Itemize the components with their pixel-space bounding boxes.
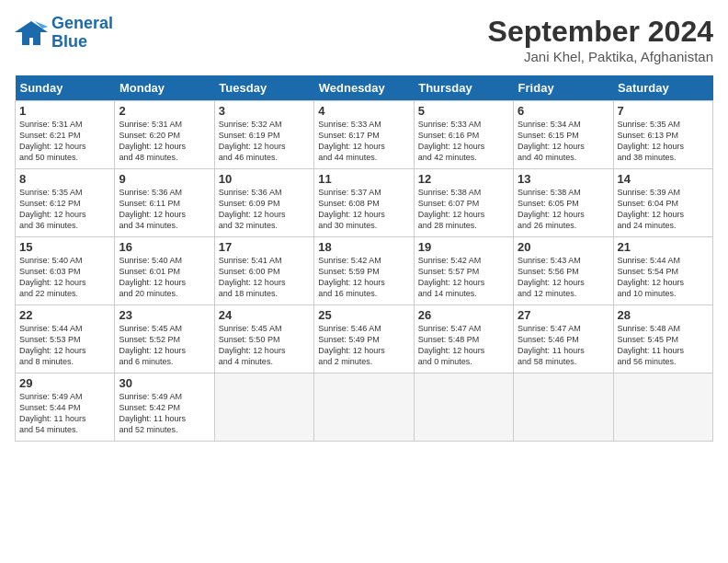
table-row (314, 373, 414, 442)
logo-icon (15, 19, 48, 47)
table-row: 20Sunrise: 5:43 AMSunset: 5:56 PMDayligh… (514, 237, 613, 305)
logo: General Blue (15, 15, 113, 52)
table-row: 24Sunrise: 5:45 AMSunset: 5:50 PMDayligh… (214, 305, 313, 373)
header-row: Sunday Monday Tuesday Wednesday Thursday… (16, 75, 713, 101)
table-row: 19Sunrise: 5:42 AMSunset: 5:57 PMDayligh… (414, 237, 513, 305)
table-row: 17Sunrise: 5:41 AMSunset: 6:00 PMDayligh… (214, 237, 313, 305)
table-row: 5Sunrise: 5:33 AMSunset: 6:16 PMDaylight… (414, 101, 513, 169)
table-row (613, 373, 712, 442)
header-tuesday: Tuesday (214, 75, 313, 101)
location-title: Jani Khel, Paktika, Afghanistan (488, 49, 713, 64)
table-row (514, 373, 613, 442)
table-row: 7Sunrise: 5:35 AMSunset: 6:13 PMDaylight… (613, 101, 712, 169)
table-row: 29Sunrise: 5:49 AMSunset: 5:44 PMDayligh… (16, 373, 115, 442)
header-saturday: Saturday (613, 75, 712, 101)
table-row: 8Sunrise: 5:35 AMSunset: 6:12 PMDaylight… (16, 169, 115, 237)
table-row: 21Sunrise: 5:44 AMSunset: 5:54 PMDayligh… (613, 237, 712, 305)
table-row: 27Sunrise: 5:47 AMSunset: 5:46 PMDayligh… (514, 305, 613, 373)
month-title: September 2024 (488, 15, 713, 49)
table-row: 6Sunrise: 5:34 AMSunset: 6:15 PMDaylight… (514, 101, 613, 169)
page-header: General Blue September 2024 Jani Khel, P… (15, 15, 713, 64)
week-row: 15Sunrise: 5:40 AMSunset: 6:03 PMDayligh… (16, 237, 713, 305)
table-row: 15Sunrise: 5:40 AMSunset: 6:03 PMDayligh… (16, 237, 115, 305)
table-row: 26Sunrise: 5:47 AMSunset: 5:48 PMDayligh… (414, 305, 513, 373)
table-row: 10Sunrise: 5:36 AMSunset: 6:09 PMDayligh… (214, 169, 313, 237)
table-row (414, 373, 513, 442)
table-row: 13Sunrise: 5:38 AMSunset: 6:05 PMDayligh… (514, 169, 613, 237)
table-row: 25Sunrise: 5:46 AMSunset: 5:49 PMDayligh… (314, 305, 414, 373)
table-row: 16Sunrise: 5:40 AMSunset: 6:01 PMDayligh… (115, 237, 214, 305)
week-row: 29Sunrise: 5:49 AMSunset: 5:44 PMDayligh… (16, 373, 713, 442)
table-row: 22Sunrise: 5:44 AMSunset: 5:53 PMDayligh… (16, 305, 115, 373)
table-row: 14Sunrise: 5:39 AMSunset: 6:04 PMDayligh… (613, 169, 712, 237)
header-wednesday: Wednesday (314, 75, 414, 101)
table-row: 4Sunrise: 5:33 AMSunset: 6:17 PMDaylight… (314, 101, 414, 169)
table-row: 11Sunrise: 5:37 AMSunset: 6:08 PMDayligh… (314, 169, 414, 237)
table-row: 2Sunrise: 5:31 AMSunset: 6:20 PMDaylight… (115, 101, 214, 169)
table-row: 9Sunrise: 5:36 AMSunset: 6:11 PMDaylight… (115, 169, 214, 237)
table-row: 30Sunrise: 5:49 AMSunset: 5:42 PMDayligh… (115, 373, 214, 442)
week-row: 8Sunrise: 5:35 AMSunset: 6:12 PMDaylight… (16, 169, 713, 237)
calendar-table: Sunday Monday Tuesday Wednesday Thursday… (15, 75, 713, 442)
header-sunday: Sunday (16, 75, 115, 101)
header-thursday: Thursday (414, 75, 513, 101)
table-row: 23Sunrise: 5:45 AMSunset: 5:52 PMDayligh… (115, 305, 214, 373)
logo-text: General Blue (51, 15, 113, 52)
header-monday: Monday (115, 75, 214, 101)
header-friday: Friday (514, 75, 613, 101)
table-row: 18Sunrise: 5:42 AMSunset: 5:59 PMDayligh… (314, 237, 414, 305)
table-row (214, 373, 313, 442)
table-row: 3Sunrise: 5:32 AMSunset: 6:19 PMDaylight… (214, 101, 313, 169)
table-row: 28Sunrise: 5:48 AMSunset: 5:45 PMDayligh… (613, 305, 712, 373)
table-row: 1Sunrise: 5:31 AMSunset: 6:21 PMDaylight… (16, 101, 115, 169)
week-row: 22Sunrise: 5:44 AMSunset: 5:53 PMDayligh… (16, 305, 713, 373)
title-section: September 2024 Jani Khel, Paktika, Afgha… (488, 15, 713, 64)
table-row: 12Sunrise: 5:38 AMSunset: 6:07 PMDayligh… (414, 169, 513, 237)
week-row: 1Sunrise: 5:31 AMSunset: 6:21 PMDaylight… (16, 101, 713, 169)
